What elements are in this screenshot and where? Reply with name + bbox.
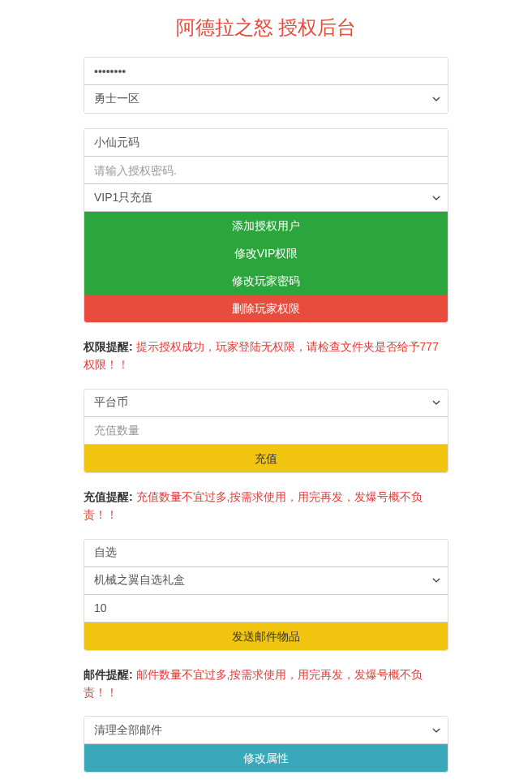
login-panel: 勇士一区 — [84, 57, 448, 114]
currency-select[interactable]: 平台币 — [84, 390, 448, 417]
cleanup-select[interactable]: 清理全部邮件 — [84, 717, 448, 744]
cleanup-panel: 清理全部邮件 修改属性 — [84, 716, 448, 773]
recharge-alert-label: 充值提醒: — [84, 490, 133, 503]
mail-item-select[interactable]: 机械之翼自选礼盒 — [84, 567, 448, 595]
modify-attr-button[interactable]: 修改属性 — [84, 744, 448, 772]
modify-vip-button[interactable]: 修改VIP权限 — [84, 239, 448, 267]
recharge-panel: 平台币 充值 — [84, 389, 448, 473]
mail-panel: 机械之翼自选礼盒 发送邮件物品 — [84, 539, 448, 651]
permission-alert-label: 权限提醒: — [84, 340, 133, 353]
server-select[interactable]: 勇士一区 — [84, 85, 448, 113]
auth-panel: VIP1只充值 添加授权用户 修改VIP权限 修改玩家密码 删除玩家权限 — [84, 128, 448, 323]
mail-qty-input[interactable] — [84, 595, 448, 622]
password-input[interactable] — [84, 58, 448, 85]
recharge-alert-text: 充值数量不宜过多,按需求使用，用完再发，发爆号概不负责！！ — [84, 490, 423, 521]
delete-permission-button[interactable]: 删除玩家权限 — [84, 295, 448, 322]
auth-password-input[interactable] — [84, 157, 448, 184]
send-mail-button[interactable]: 发送邮件物品 — [84, 622, 448, 650]
mail-alert: 邮件提醒: 邮件数量不宜过多,按需求使用，用完再发，发爆号概不负责！！ — [84, 666, 448, 702]
username-input[interactable] — [84, 129, 448, 157]
mail-alert-text: 邮件数量不宜过多,按需求使用，用完再发，发爆号概不负责！！ — [84, 668, 423, 699]
mail-alert-label: 邮件提醒: — [84, 668, 133, 681]
modify-password-button[interactable]: 修改玩家密码 — [84, 267, 448, 295]
permission-alert-text: 提示授权成功，玩家登陆无权限，请检查文件夹是否给予777权限！！ — [84, 340, 439, 371]
recharge-alert: 充值提醒: 充值数量不宜过多,按需求使用，用完再发，发爆号概不负责！！ — [84, 488, 448, 524]
mail-type-input[interactable] — [84, 540, 448, 567]
recharge-button[interactable]: 充值 — [84, 445, 448, 472]
page-title: 阿德拉之怒 授权后台 — [84, 15, 448, 41]
add-auth-user-button[interactable]: 添加授权用户 — [84, 212, 448, 239]
vip-select[interactable]: VIP1只充值 — [84, 184, 448, 212]
recharge-amount-input[interactable] — [84, 417, 448, 445]
permission-alert: 权限提醒: 提示授权成功，玩家登陆无权限，请检查文件夹是否给予777权限！！ — [84, 338, 448, 374]
